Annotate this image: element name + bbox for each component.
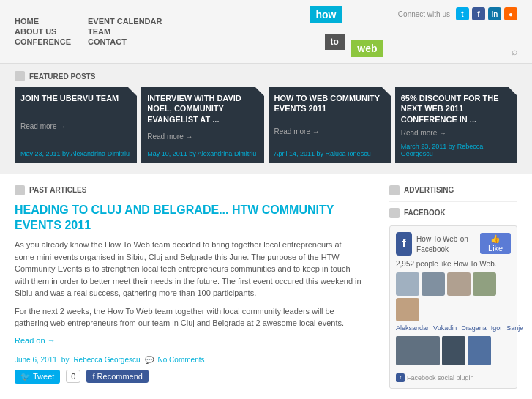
- logo-how: how: [310, 6, 342, 23]
- fb-name-1[interactable]: Vukadin: [433, 324, 457, 332]
- search-area[interactable]: ⌕: [512, 45, 517, 57]
- article-body-2: For the next 2 weeks, the How To Web tea…: [15, 305, 363, 329]
- article-footer: June 6, 2011 by Rebecca Georgescu 💬 No C…: [15, 351, 363, 364]
- fb-name-3[interactable]: Igor: [491, 324, 503, 332]
- social-area: Connect with us t f in ●: [398, 7, 517, 20]
- nav-contact[interactable]: CONTACT: [88, 37, 176, 46]
- featured-read-more-3[interactable]: Read more →: [401, 129, 512, 137]
- fb-logo-icon: f: [396, 232, 412, 256]
- search-button[interactable]: ⌕: [512, 45, 517, 57]
- featured-meta-1: May 10, 2011 by Alexandrina Dimitriu: [147, 150, 258, 157]
- nav-about[interactable]: ABOUT US: [15, 27, 73, 36]
- article-author[interactable]: Rebecca Georgescu: [73, 356, 140, 364]
- nav-home[interactable]: HOME: [15, 17, 73, 26]
- past-icon: [15, 185, 25, 195]
- past-label-text: PAST ARTICLES: [29, 186, 86, 194]
- tweet-bird-icon: 🐦: [20, 372, 31, 381]
- avatar-4: [396, 298, 419, 321]
- nav-conference[interactable]: CONFERENCE: [15, 37, 73, 46]
- avatar-6: [442, 336, 465, 365]
- featured-card-2[interactable]: HOW TO WEB COMMUNITY EVENTS 2011 Read mo…: [269, 87, 391, 163]
- sidebar-divider: [389, 201, 517, 202]
- featured-title-3: 65% DISCOUNT FOR THE NEXT WEB 2011 CONFE…: [401, 93, 512, 124]
- logo-to: to: [325, 34, 345, 50]
- twitter-icon[interactable]: t: [456, 7, 469, 20]
- fb-avatars-row2: [396, 336, 511, 365]
- featured-read-more-0[interactable]: Read more →: [20, 122, 131, 130]
- advertising-text: ADVERTISING: [404, 186, 454, 194]
- article-comments[interactable]: No Comments: [158, 356, 205, 364]
- past-articles-label: PAST ARTICLES: [15, 185, 363, 195]
- fb-like-button[interactable]: 👍 Like: [480, 233, 511, 254]
- header: HOME ABOUT US CONFERENCE EVENT CALENDAR …: [0, 0, 532, 64]
- avatar-3: [473, 272, 496, 296]
- fb-name-4[interactable]: Sanje: [506, 324, 523, 332]
- avatar-5: [396, 336, 440, 365]
- facebook-label: FACEBOOK: [389, 208, 517, 218]
- facebook-section-icon: [389, 208, 400, 218]
- featured-meta-2: April 14, 2011 by Raluca Ionescu: [274, 150, 385, 157]
- fb-header: f How To Web on Facebook 👍 Like: [396, 232, 511, 256]
- fb-count: 2,952 people like How To Web.: [396, 260, 511, 268]
- fb-names: Aleksandar Vukadin Dragana Igor Sanje: [396, 324, 511, 332]
- featured-meta-0: May 23, 2011 by Alexandrina Dimitriu: [20, 150, 131, 157]
- facebook-widget: f How To Web on Facebook 👍 Like 2,952 pe…: [389, 225, 517, 389]
- logo-web: web: [351, 40, 383, 57]
- avatar-0: [396, 272, 419, 296]
- fb-plugin: f Facebook social plugin: [396, 370, 511, 382]
- featured-card-1[interactable]: INTERVIEW WITH DAVID NOeL, COMMUNITY EVA…: [141, 87, 263, 163]
- featured-card-3[interactable]: 65% DISCOUNT FOR THE NEXT WEB 2011 CONFE…: [395, 87, 517, 163]
- content-area: PAST ARTICLES HEADING TO CLUJ AND BELGRA…: [15, 185, 378, 389]
- featured-read-more-2[interactable]: Read more →: [274, 127, 385, 135]
- nav-left: HOME ABOUT US CONFERENCE: [15, 17, 73, 46]
- social-buttons: 🐦 Tweet 0 f Recommend: [15, 370, 363, 384]
- advertising-icon: [389, 185, 400, 195]
- featured-read-more-1[interactable]: Read more →: [147, 133, 258, 141]
- featured-title-0: JOIN THE UBERVU TEAM: [20, 93, 131, 103]
- featured-card-0[interactable]: JOIN THE UBERVU TEAM Read more → May 23,…: [15, 87, 137, 163]
- nav-team[interactable]: TEAM: [88, 27, 176, 36]
- rss-icon[interactable]: ●: [504, 7, 517, 20]
- featured-grid: JOIN THE UBERVU TEAM Read more → May 23,…: [15, 87, 517, 163]
- featured-section: FEATURED POSTS JOIN THE UBERVU TEAM Read…: [0, 64, 532, 174]
- main: PAST ARTICLES HEADING TO CLUJ AND BELGRA…: [0, 174, 532, 399]
- nav-event-calendar[interactable]: EVENT CALENDAR: [88, 17, 176, 26]
- fb-avatars-row1: [396, 272, 511, 321]
- read-on-link[interactable]: Read on →: [15, 336, 56, 345]
- advertising-label: ADVERTISING: [389, 185, 517, 195]
- article-body-1: As you already know the How To Web team …: [15, 239, 363, 299]
- featured-label-text: FEATURED POSTS: [29, 72, 95, 81]
- article-by: by: [61, 356, 70, 364]
- article-date: June 6, 2011: [15, 356, 57, 364]
- connect-text: Connect with us: [398, 10, 450, 18]
- featured-title-2: HOW TO WEB COMMUNITY EVENTS 2011: [274, 93, 385, 114]
- facebook-icon[interactable]: f: [472, 7, 485, 20]
- fb-name-0[interactable]: Aleksandar: [396, 324, 429, 332]
- recommend-label: f Recommend: [92, 372, 142, 381]
- nav-right: EVENT CALENDAR TEAM CONTACT: [88, 17, 176, 46]
- fb-name-2[interactable]: Dragana: [461, 324, 487, 332]
- facebook-text: FACEBOOK: [404, 209, 446, 217]
- fb-plugin-icon: f: [396, 373, 405, 382]
- tweet-label: Tweet: [33, 372, 54, 381]
- featured-title-1: INTERVIEW WITH DAVID NOeL, COMMUNITY EVA…: [147, 93, 258, 124]
- fb-plugin-text: Facebook social plugin: [407, 374, 474, 381]
- featured-meta-3: March 23, 2011 by Rebecca Georgescu: [401, 143, 512, 157]
- featured-icon: [15, 71, 25, 81]
- avatar-7: [468, 336, 491, 365]
- avatar-1: [422, 272, 445, 296]
- avatar-2: [447, 272, 471, 296]
- article-title[interactable]: HEADING TO CLUJ AND BELGRADE... HTW COMM…: [15, 203, 363, 234]
- logo[interactable]: how to web: [310, 6, 383, 57]
- comment-icon: 💬: [145, 356, 154, 364]
- linkedin-icon[interactable]: in: [488, 7, 501, 20]
- featured-label: FEATURED POSTS: [15, 71, 517, 81]
- tweet-button[interactable]: 🐦 Tweet: [15, 370, 60, 384]
- recommend-button[interactable]: f Recommend: [86, 370, 148, 383]
- tweet-count: 0: [66, 370, 80, 383]
- sidebar: ADVERTISING FACEBOOK f How To Web on Fac…: [378, 185, 517, 389]
- fb-page-name[interactable]: How To Web on Facebook: [416, 234, 476, 254]
